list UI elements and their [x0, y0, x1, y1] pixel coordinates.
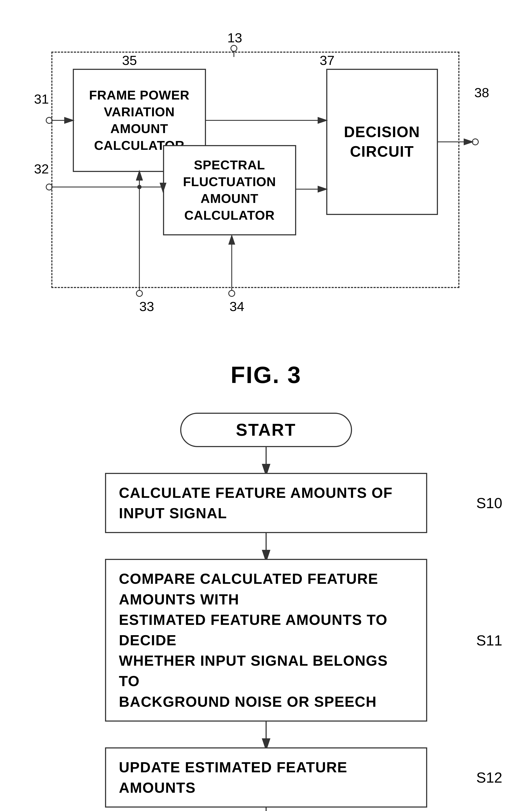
spectral-box: SPECTRALFLUCTUATIONAMOUNTCALCULATOR [163, 145, 296, 235]
s10-label: S10 [476, 494, 502, 511]
decision-box: DECISIONCIRCUIT [326, 69, 438, 215]
svg-point-17 [229, 290, 235, 296]
page: 13 31 32 33 34 35 36 37 38 FRAME POWERVA… [0, 0, 532, 811]
s11-label: S11 [476, 632, 502, 649]
ref-32: 32 [34, 161, 49, 177]
s12-label: S12 [476, 769, 502, 786]
arrow-svg-2 [260, 533, 272, 559]
arrow-svg-1 [260, 447, 272, 473]
arrow-3 [73, 722, 459, 747]
s10-process: CALCULATE FEATURE AMOUNTS OF INPUT SIGNA… [105, 473, 427, 533]
arrow-4 [73, 808, 459, 811]
decision-text: DECISIONCIRCUIT [344, 122, 420, 162]
frame-power-text: FRAME POWERVARIATION AMOUNTCALCULATOR [74, 87, 205, 154]
fig3-caption: FIG. 3 [30, 361, 502, 388]
ref-31: 31 [34, 91, 49, 107]
svg-point-14 [136, 290, 142, 296]
spectral-text: SPECTRALFLUCTUATIONAMOUNTCALCULATOR [183, 157, 276, 224]
svg-point-2 [231, 45, 237, 51]
fig4-section: START CALCULATE FEATURE AMOUNTS OF INPUT… [30, 413, 502, 811]
svg-point-13 [472, 139, 478, 145]
s11-process: COMPARE CALCULATED FEATURE AMOUNTS WITH … [105, 559, 427, 721]
s10-text: CALCULATE FEATURE AMOUNTS OF INPUT SIGNA… [119, 483, 413, 523]
s11-container: COMPARE CALCULATED FEATURE AMOUNTS WITH … [73, 559, 459, 721]
arrow-2 [73, 533, 459, 559]
ref-33: 33 [139, 299, 154, 314]
s12-text: UPDATE ESTIMATED FEATURE AMOUNTS [119, 757, 413, 798]
arrow-1 [73, 447, 459, 473]
s12-container: UPDATE ESTIMATED FEATURE AMOUNTS S12 [73, 747, 459, 808]
fig3-section: 13 31 32 33 34 35 36 37 38 FRAME POWERVA… [30, 26, 502, 391]
flowchart: START CALCULATE FEATURE AMOUNTS OF INPUT… [73, 413, 459, 811]
s12-process: UPDATE ESTIMATED FEATURE AMOUNTS [105, 747, 427, 808]
start-label: START [236, 420, 296, 440]
s10-container: CALCULATE FEATURE AMOUNTS OF INPUT SIGNA… [73, 473, 459, 533]
ref-38: 38 [474, 85, 489, 100]
s11-text: COMPARE CALCULATED FEATURE AMOUNTS WITH … [119, 568, 413, 712]
ref-34: 34 [230, 299, 245, 314]
arrow-svg-4 [260, 808, 272, 811]
arrow-svg-3 [260, 722, 272, 747]
start-node: START [180, 413, 352, 447]
ref-13: 13 [228, 30, 242, 45]
